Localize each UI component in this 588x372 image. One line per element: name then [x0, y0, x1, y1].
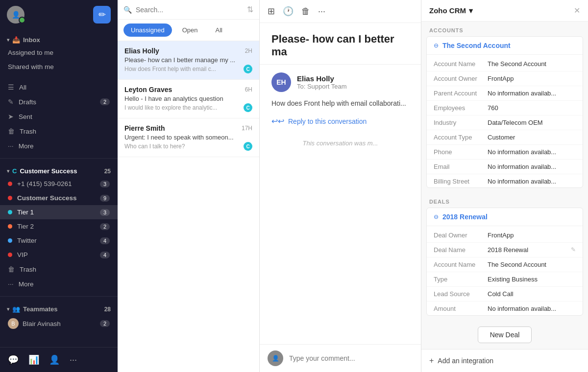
reply-button[interactable]: ↩↩ Reply to this conversation [271, 109, 409, 134]
conversation-tabs: Unassigned Open All [118, 20, 259, 41]
more-label: More [19, 142, 34, 150]
blair-count: 2 [100, 320, 110, 327]
deal-card: ⊖ 2018 Renewal Deal Owner FrontApp Deal … [426, 208, 583, 316]
conv-sender-3: Pierre Smith [124, 124, 165, 132]
conv-subject-1: Please- how can I better manage my ... [124, 56, 252, 64]
sidebar-item-tier2[interactable]: Tier 2 2 [0, 219, 118, 233]
conv-sender-1: Elias Holly [124, 47, 159, 55]
snooze-icon[interactable]: 🕐 [283, 6, 294, 17]
conv-badge-1: C [244, 65, 252, 73]
twitter-dot [8, 238, 12, 243]
sidebar: 👤 ✏ ▾ 📥 Inbox Assigned to me Shared with… [0, 0, 118, 372]
more2-icon: ··· [8, 280, 14, 288]
sidebar-item-trash2[interactable]: 🗑 Trash [0, 262, 118, 277]
email-subject: Please- how can I better ma [260, 23, 421, 65]
field-account-owner: Account Owner FrontApp [427, 71, 583, 86]
search-icon: 🔍 [123, 6, 132, 14]
sidebar-item-more[interactable]: ··· More [0, 139, 118, 153]
drafts-icon: ✎ [8, 98, 14, 106]
deal-card-header[interactable]: ⊖ 2018 Renewal [427, 208, 583, 226]
user-avatar[interactable]: 👤 [7, 6, 24, 23]
field-employees: Employees 760 [427, 101, 583, 116]
account-card-header[interactable]: ⊖ The Second Account [427, 37, 583, 55]
conv-preview-2: I would like to explore the analytic... [124, 104, 217, 111]
more-actions-icon[interactable]: ··· [318, 6, 325, 17]
account-chevron: ⊖ [434, 42, 439, 49]
cs-chevron: ▾ [7, 168, 9, 174]
vip-label: VIP [17, 251, 28, 258]
sidebar-item-shared[interactable]: Shared with me [0, 60, 118, 74]
blair-label: Blair Avinash [23, 320, 61, 327]
reply-icon: ↩↩ [271, 116, 284, 126]
sidebar-item-more2[interactable]: ··· More [0, 277, 118, 291]
conversation-item[interactable]: Pierre Smith 17H Urgent: I need to speak… [118, 118, 259, 157]
tier1-label: Tier 1 [17, 209, 34, 216]
deals-label: DEALS [421, 193, 588, 208]
contacts-icon[interactable]: 👤 [49, 354, 60, 365]
sidebar-item-cs[interactable]: Customer Success 9 [0, 191, 118, 205]
field-deal-name: Deal Name 2018 Renewal ✎ [427, 243, 583, 257]
crm-title-chevron[interactable]: ▾ [469, 6, 473, 15]
search-input[interactable] [136, 6, 243, 14]
conv-header-1: Elias Holly 2H [124, 47, 252, 55]
sidebar-item-phone[interactable]: +1 (415) 539-0261 3 [0, 177, 118, 191]
customer-success-header[interactable]: ▾ C Customer Success 25 [0, 163, 118, 177]
sender-avatar: EH [271, 72, 291, 92]
add-integration-button[interactable]: + Add an integration [421, 349, 588, 372]
stats-icon[interactable]: 📊 [28, 354, 39, 365]
field-lead-source: Lead Source Cold Call [427, 287, 583, 302]
online-badge [19, 17, 25, 23]
new-deal-button[interactable]: New Deal [478, 326, 532, 343]
sidebar-item-blair[interactable]: B Blair Avinash 2 [0, 315, 118, 332]
trash2-label: Trash [20, 266, 36, 273]
sidebar-item-vip[interactable]: VIP 4 [0, 248, 118, 262]
sidebar-item-trash[interactable]: 🗑 Trash [0, 124, 118, 139]
archive-icon[interactable]: ⊞ [268, 6, 275, 17]
comment-input[interactable] [289, 354, 413, 362]
inbox-header[interactable]: ▾ 📥 Inbox [0, 32, 118, 46]
conv-preview-3: Who can I talk to here? [124, 143, 185, 150]
sidebar-item-sent[interactable]: ➤ Sent [0, 109, 118, 124]
crm-close-button[interactable]: ✕ [574, 6, 580, 15]
sidebar-item-drafts[interactable]: ✎ Drafts 2 [0, 94, 118, 109]
sidebar-item-assigned[interactable]: Assigned to me [0, 46, 118, 60]
tab-unassigned[interactable]: Unassigned [123, 23, 172, 37]
vip-dot [8, 253, 12, 257]
inbox-label: Inbox [23, 36, 40, 44]
all-label: All [19, 84, 26, 91]
tab-open[interactable]: Open [175, 23, 205, 37]
divider-1 [0, 158, 118, 159]
sidebar-item-all[interactable]: ☰ All [0, 80, 118, 94]
bottom-more-icon[interactable]: ··· [70, 355, 77, 365]
tab-all[interactable]: All [208, 23, 229, 37]
conversation-item[interactable]: Leyton Graves 6H Hello - I have an analy… [118, 80, 259, 118]
conversation-item[interactable]: Elias Holly 2H Please- how can I better … [118, 41, 259, 80]
email-toolbar: ⊞ 🕐 🗑 ··· [260, 0, 421, 23]
phone-count: 3 [100, 181, 110, 187]
deal-name-edit-icon[interactable]: ✎ [571, 246, 576, 254]
conv-badge-2: C [244, 103, 252, 112]
cs-label: Customer Success [20, 167, 77, 175]
phone-dot [8, 182, 12, 186]
message-header: EH Elias Holly To: Support Team [271, 72, 409, 92]
teammates-header[interactable]: ▾ 👥 Teammates 28 [0, 302, 118, 315]
sidebar-top-bar: 👤 ✏ [0, 0, 118, 29]
chat-icon[interactable]: 💬 [8, 354, 19, 365]
conv-header-2: Leyton Graves 6H [124, 86, 252, 93]
teammates-label: Teammates [23, 305, 58, 313]
delete-icon[interactable]: 🗑 [301, 6, 310, 17]
deal-fields: Deal Owner FrontApp Deal Name 2018 Renew… [427, 226, 583, 316]
sort-icon[interactable]: ⇅ [247, 5, 253, 14]
email-to: To: Support Team [297, 83, 347, 90]
compose-button[interactable]: ✏ [93, 6, 111, 23]
field-industry: Industry Data/Telecom OEM [427, 116, 583, 130]
conv-time-2: 6H [245, 86, 252, 93]
cs-count: 25 [104, 168, 111, 175]
sidebar-item-twitter[interactable]: Twitter 4 [0, 233, 118, 248]
conv-time-1: 2H [245, 47, 252, 54]
sender-name: Elias Holly [297, 74, 347, 83]
phone-label: +1 (415) 539-0261 [17, 180, 72, 187]
cs-sub-count: 9 [100, 195, 110, 202]
sidebar-item-tier1[interactable]: Tier 1 3 [0, 205, 118, 219]
add-integration-label: Add an integration [438, 357, 493, 365]
